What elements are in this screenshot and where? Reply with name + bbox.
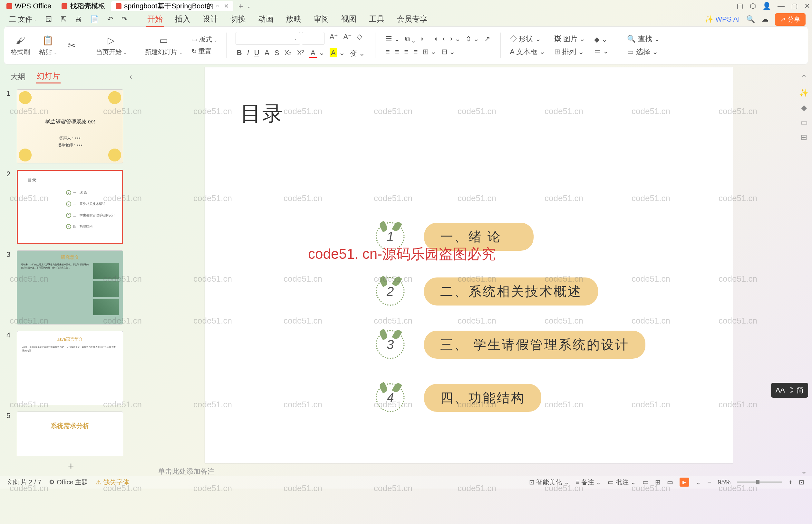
thumbnail-1[interactable]: 学生请假管理系统-ppt 答辩人：xxx指导老师：xxx <box>17 89 123 163</box>
distribute-button[interactable]: ⊞ ⌄ <box>421 47 437 57</box>
rail-more-icon[interactable]: ⊞ <box>801 133 807 142</box>
file-menu[interactable]: 三 文件⌄ <box>6 13 39 26</box>
thumbnail-2[interactable]: 目录 1一、绪 论 2二、系统相关技术概述 3三、学生请假管理系统的设计 4四、… <box>17 170 123 244</box>
from-current-button[interactable]: ▷ 当页开始 ⌄ <box>96 35 127 56</box>
redo-icon[interactable]: ↷ <box>119 14 130 25</box>
tab-wps-home[interactable]: WPS Office <box>2 1 56 11</box>
toc-item-2[interactable]: 2 二、系统相关技术概述 <box>376 277 598 306</box>
notes-toggle[interactable]: ≡ 备注 ⌄ <box>576 478 601 487</box>
align-justify-button[interactable]: ≡ <box>412 47 419 57</box>
pinyin-button[interactable]: 变 ⌄ <box>349 48 366 59</box>
tab-list-dropdown[interactable]: ⌄ <box>247 3 251 9</box>
underline-button[interactable]: U <box>253 48 261 59</box>
tab-insert[interactable]: 插入 <box>174 12 192 27</box>
decrease-indent-button[interactable]: ⇤ <box>419 34 428 44</box>
grow-font-button[interactable]: A⁺ <box>328 32 339 45</box>
tab-design[interactable]: 设计 <box>201 12 219 27</box>
textbox-button[interactable]: A 文本框 ⌄ <box>510 47 545 57</box>
thumb-row[interactable]: 5 系统需求分析 <box>6 411 135 456</box>
zoom-level[interactable]: 95% <box>717 478 730 486</box>
align-center-button[interactable]: ≡ <box>394 47 400 57</box>
format-painter-button[interactable]: 🖌 格式刷 <box>11 35 30 56</box>
align-right-button[interactable]: ≡ <box>403 47 410 57</box>
minimize-button[interactable]: — <box>778 2 784 10</box>
tab-tools[interactable]: 工具 <box>368 12 386 27</box>
strikethrough-button[interactable]: A̶ <box>263 48 271 59</box>
share-button[interactable]: ↗ 分享 <box>775 13 806 26</box>
tab-docer[interactable]: 找稻壳模板 <box>57 1 110 11</box>
thumbnail-list[interactable]: 1 学生请假管理系统-ppt 答辩人：xxx指导老师：xxx 2 目录 1一、绪… <box>0 86 142 456</box>
cloud-icon[interactable]: ☁ <box>761 15 768 23</box>
rail-ai-icon[interactable]: ✨ <box>799 88 809 97</box>
wps-ai-button[interactable]: ✨ WPS AI <box>705 15 740 23</box>
review-toggle[interactable]: ▭ 批注 ⌄ <box>608 478 636 487</box>
layout-button[interactable]: ▭ 版式 ⌄ <box>192 35 217 44</box>
thumbnail-4[interactable]: Java语言简介 Java，是由Internet中最流行的编程语言之一，它仅是了… <box>17 331 123 405</box>
cut-button[interactable]: ✂ <box>66 39 78 51</box>
increase-indent-button[interactable]: ⇥ <box>430 34 438 44</box>
theme-indicator[interactable]: ⚙ Office 主题 <box>49 478 88 487</box>
avatar-icon[interactable]: 👤 <box>762 2 771 10</box>
tab-close-icon[interactable]: ✕ <box>224 3 229 10</box>
rail-style-icon[interactable]: ◆ <box>801 103 807 112</box>
rail-down-icon[interactable]: ⌄ <box>801 466 807 476</box>
slide-counter[interactable]: 幻灯片 2 / 7 <box>8 478 41 487</box>
tab-slideshow[interactable]: 放映 <box>284 12 302 27</box>
collapse-panel-icon[interactable]: ‹ <box>130 72 132 81</box>
font-size-select[interactable] <box>302 32 325 45</box>
slideshow-dropdown[interactable]: ⌄ <box>696 478 701 486</box>
bullets-button[interactable]: ☰ ⌄ <box>384 34 401 44</box>
tab-view[interactable]: 视图 <box>340 12 358 27</box>
slide-canvas[interactable]: 目录 1 一、绪 论 2 二、系统相关技术概述 3 三、 学生请假管理系统的设计… <box>204 67 733 463</box>
thumb-row[interactable]: 4 Java语言简介 Java，是由Internet中最流行的编程语言之一，它仅… <box>6 331 135 405</box>
zoom-slider[interactable] <box>737 481 782 483</box>
print-preview-icon[interactable]: 📄 <box>88 14 101 25</box>
fill-button[interactable]: ◆ ⌄ <box>594 35 609 44</box>
search-icon[interactable]: 🔍 <box>746 15 755 23</box>
tab-review[interactable]: 审阅 <box>312 12 330 27</box>
new-tab-button[interactable]: + <box>238 1 243 11</box>
ime-indicator[interactable]: AA ☽ 简 <box>771 383 808 398</box>
columns-button[interactable]: ⊟ ⌄ <box>440 47 456 57</box>
cube-icon[interactable]: ⬡ <box>750 2 756 10</box>
thumb-row[interactable]: 2 目录 1一、绪 论 2二、系统相关技术概述 3三、学生请假管理系统的设计 4… <box>6 170 135 244</box>
view-sorter-icon[interactable]: ⊞ <box>655 478 661 486</box>
paste-button[interactable]: 📋 粘贴 ⌄ <box>39 35 57 56</box>
add-slide-button[interactable]: + <box>0 456 142 476</box>
thumb-row[interactable]: 1 学生请假管理系统-ppt 答辩人：xxx指导老师：xxx <box>6 89 135 163</box>
image-button[interactable]: 🖼 图片 ⌄ <box>554 34 585 44</box>
thumb-row[interactable]: 3 研究意义 近年来，人们的生活方式以网络为主越来越丰富化，学生请假管理的真实性… <box>6 250 135 325</box>
tab-animation[interactable]: 动画 <box>257 12 275 27</box>
more-para-button[interactable]: ↗ <box>483 34 492 44</box>
export-icon[interactable]: ⇱ <box>58 14 69 25</box>
close-button[interactable]: ✕ <box>804 2 810 10</box>
clear-format-button[interactable]: ◇ <box>356 32 364 45</box>
reset-button[interactable]: ↻ 重置 <box>192 47 217 56</box>
line-spacing-button[interactable]: ⇕ ⌄ <box>464 34 480 44</box>
tab-transition[interactable]: 切换 <box>229 12 247 27</box>
select-button[interactable]: ▭ 选择 ⌄ <box>627 47 660 57</box>
thumbnail-3[interactable]: 研究意义 近年来，人们的生活方式以网络为主越来越丰富化，学生请假管理的真实性越来… <box>17 250 123 325</box>
slideshow-button[interactable]: ▶ <box>680 478 689 487</box>
zoom-in-button[interactable]: + <box>789 478 792 486</box>
bold-button[interactable]: B <box>235 48 243 59</box>
new-slide-button[interactable]: ▭ 新建幻灯片 ⌄ <box>145 35 182 56</box>
toc-item-4[interactable]: 4 四、功能结构 <box>376 383 541 412</box>
outline-tab[interactable]: 大纲 <box>10 70 27 83</box>
save-icon[interactable]: 🖫 <box>43 14 55 25</box>
font-family-select[interactable]: ⌄ <box>235 32 300 45</box>
shrink-font-button[interactable]: A⁻ <box>342 32 353 45</box>
rail-up-icon[interactable]: ⌃ <box>801 73 807 82</box>
subscript-button[interactable]: X₂ <box>283 48 293 59</box>
tab-menu-icon[interactable]: ▫ <box>216 2 219 10</box>
font-color-button[interactable]: A ⌄ <box>308 48 326 59</box>
superscript-button[interactable]: X² <box>296 48 305 59</box>
view-normal-icon[interactable]: ▭ <box>643 478 649 486</box>
view-reading-icon[interactable]: ▭ <box>667 478 673 486</box>
highlight-button[interactable]: A ⌄ <box>328 48 346 59</box>
undo-icon[interactable]: ↶ <box>105 14 116 25</box>
tab-member[interactable]: 会员专享 <box>395 12 429 27</box>
text-direction-button[interactable]: ⟷ ⌄ <box>441 34 462 44</box>
tab-current-file[interactable]: springboot基于SpringBoot的 ▫ ✕ <box>111 1 233 11</box>
tab-start[interactable]: 开始 <box>146 12 164 27</box>
